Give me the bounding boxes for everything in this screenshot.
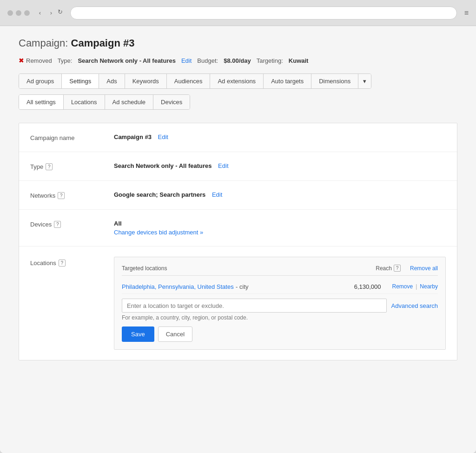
tab-dimensions[interactable]: Dimensions — [311, 74, 358, 88]
devices-help-icon[interactable]: ? — [54, 221, 61, 228]
tab-audiences[interactable]: Audiences — [167, 74, 211, 88]
campaign-name-value: Campaign #3 — [114, 133, 152, 140]
devices-label-cell: Devices ? — [30, 220, 114, 228]
tab-locations[interactable]: Locations — [64, 95, 105, 109]
location-sep: | — [416, 283, 417, 290]
remove-location-link[interactable]: Remove — [392, 283, 413, 290]
browser-chrome: ‹ › ↻ ≡ — [0, 0, 476, 26]
reach-header: Reach ? — [376, 265, 401, 272]
tab-settings[interactable]: Settings — [62, 74, 99, 88]
tabs-primary: Ad groups Settings Ads Keywords Audience… — [19, 73, 371, 89]
campaign-label: Campaign: — [19, 37, 68, 49]
locations-table-header: Targeted locations Reach ? Remove all — [122, 265, 438, 276]
forward-button[interactable]: › — [46, 8, 56, 18]
networks-value: Google search; Search partners — [114, 191, 205, 198]
page-title: Campaign: Campaign #3 — [19, 37, 457, 49]
targeting-value: Kuwait — [289, 57, 309, 64]
devices-value-cell: All Change devices bid adjustment » — [114, 220, 446, 236]
traffic-lights — [7, 10, 30, 16]
reach-help-icon[interactable]: ? — [394, 265, 401, 272]
locations-col-right: Reach ? Remove all — [376, 265, 438, 272]
page-content: Campaign: Campaign #3 ✖ Removed Type: Se… — [0, 26, 476, 453]
address-bar[interactable] — [70, 7, 457, 20]
devices-row: Devices ? All Change devices bid adjustm… — [19, 210, 457, 246]
tab-keywords[interactable]: Keywords — [125, 74, 167, 88]
refresh-button[interactable]: ↻ — [58, 8, 63, 18]
campaign-name-label: Campaign name — [30, 133, 114, 141]
tab-all-settings[interactable]: All settings — [19, 95, 64, 109]
back-button[interactable]: ‹ — [35, 8, 45, 18]
networks-edit-link[interactable]: Edit — [212, 191, 222, 198]
budget-label: Budget: — [197, 57, 218, 64]
tab-auto-targets[interactable]: Auto targets — [264, 74, 311, 88]
networks-help-icon[interactable]: ? — [58, 192, 65, 199]
remove-all-link[interactable]: Remove all — [410, 265, 438, 272]
networks-label-cell: Networks ? — [30, 191, 114, 199]
tabs-secondary: All settings Locations Ad schedule Devic… — [19, 94, 190, 110]
nearby-link[interactable]: Nearby — [420, 283, 438, 290]
type-label-cell: Type ? — [30, 162, 114, 170]
tab-more-dropdown[interactable]: ▾ — [358, 74, 371, 88]
type-label: Type: — [58, 57, 73, 64]
nav-buttons: ‹ › ↻ — [35, 8, 63, 18]
location-actions: Remove | Nearby — [392, 283, 438, 290]
meta-bar: ✖ Removed Type: Search Network only - Al… — [19, 57, 457, 64]
location-input[interactable] — [122, 299, 387, 313]
location-hint: For example, a country, city, region, or… — [122, 314, 438, 321]
tab-ads[interactable]: Ads — [99, 74, 125, 88]
campaign-name-edit-link[interactable]: Edit — [158, 133, 168, 140]
networks-row: Networks ? Google search; Search partner… — [19, 181, 457, 210]
type-help-icon[interactable]: ? — [46, 163, 53, 170]
location-reach: 6,130,000 — [354, 283, 381, 290]
locations-label-cell: Locations ? — [30, 257, 114, 266]
type-edit-link[interactable]: Edit — [218, 162, 228, 169]
tab-ad-extensions[interactable]: Ad extensions — [210, 74, 264, 88]
location-input-row: Advanced search — [122, 299, 438, 313]
campaign-name-row: Campaign name Campaign #3 Edit — [19, 123, 457, 152]
menu-button[interactable]: ≡ — [464, 9, 469, 17]
traffic-light-maximize — [24, 10, 30, 16]
tab-ad-schedule[interactable]: Ad schedule — [105, 95, 154, 109]
campaign-name-heading: Campaign #3 — [71, 37, 135, 49]
type-value-cell: Search Network only - All features Edit — [114, 162, 446, 169]
traffic-light-minimize — [16, 10, 21, 16]
locations-row: Locations ? Targeted locations Reach ? R… — [19, 246, 457, 360]
type-row: Type ? Search Network only - All feature… — [19, 152, 457, 181]
settings-panel: Campaign name Campaign #3 Edit Type ? Se… — [19, 123, 457, 360]
tab-devices[interactable]: Devices — [153, 95, 190, 109]
networks-value-cell: Google search; Search partners Edit — [114, 191, 446, 198]
type-value: Search Network only - All features — [78, 57, 175, 64]
advanced-search-link[interactable]: Advanced search — [391, 302, 438, 309]
location-buttons: Save Cancel — [122, 326, 438, 342]
devices-value: All — [114, 220, 122, 227]
location-type: - city — [236, 283, 248, 290]
type-edit-link[interactable]: Edit — [181, 57, 192, 64]
location-name[interactable]: Philadelphia, Pennsylvania, United State… — [122, 283, 234, 290]
locations-panel: Targeted locations Reach ? Remove all — [114, 257, 446, 350]
location-row: Philadelphia, Pennsylvania, United State… — [122, 280, 438, 294]
tab-ad-groups[interactable]: Ad groups — [19, 74, 62, 88]
location-info: Philadelphia, Pennsylvania, United State… — [122, 282, 249, 291]
locations-help-icon[interactable]: ? — [59, 260, 66, 266]
removed-icon: ✖ — [19, 57, 24, 64]
campaign-name-value-cell: Campaign #3 Edit — [114, 133, 446, 140]
traffic-light-close — [7, 10, 13, 16]
removed-badge: ✖ Removed — [19, 57, 52, 64]
removed-label: Removed — [26, 57, 52, 64]
budget-value: $8.00/day — [224, 57, 251, 64]
devices-change-link[interactable]: Change devices bid adjustment » — [114, 229, 446, 236]
targeting-label: Targeting: — [257, 57, 283, 64]
save-button[interactable]: Save — [122, 326, 154, 342]
cancel-button[interactable]: Cancel — [158, 326, 192, 342]
type-value: Search Network only - All features — [114, 162, 212, 169]
browser-window: ‹ › ↻ ≡ Campaign: Campaign #3 ✖ Removed … — [0, 0, 476, 453]
targeted-locations-col-header: Targeted locations — [122, 265, 167, 272]
